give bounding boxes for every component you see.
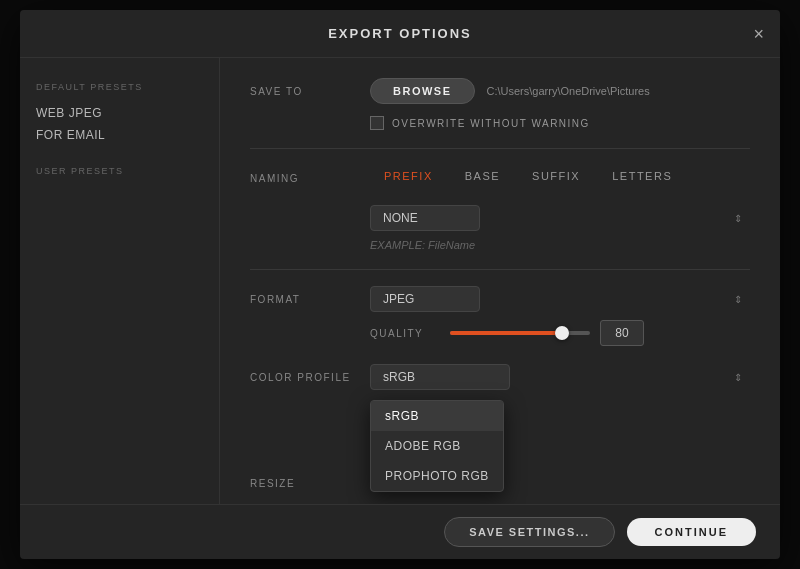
dialog-title: EXPORT OPTIONS <box>328 26 472 41</box>
dropdown-item-prophoto-rgb[interactable]: PROPHOTO RGB <box>371 461 503 491</box>
naming-tabs: PREFIX BASE SUFFIX LETTERS <box>370 165 750 187</box>
save-to-label: SAVE TO <box>250 78 370 97</box>
quality-row: QUALITY 80 <box>370 320 750 346</box>
quality-value[interactable]: 80 <box>600 320 644 346</box>
close-button[interactable]: × <box>753 25 764 43</box>
default-presets-label: DEFAULT PRESETS <box>36 82 203 92</box>
quality-slider[interactable] <box>450 331 590 335</box>
naming-select[interactable]: NONE DATE SEQUENCE CUSTOM <box>370 205 480 231</box>
format-label: FORMAT <box>250 286 370 305</box>
format-select-wrap: JPEG PNG TIFF PSD ⇕ <box>370 286 750 312</box>
continue-button[interactable]: CONTINUE <box>627 518 756 546</box>
save-settings-button[interactable]: SAVE SETTINGS... <box>444 517 614 547</box>
naming-row: NAMING PREFIX BASE SUFFIX LETTERS NONE D… <box>250 165 750 251</box>
tab-letters[interactable]: LETTERS <box>598 165 686 187</box>
format-controls: JPEG PNG TIFF PSD ⇕ QUALITY <box>370 286 750 346</box>
naming-label: NAMING <box>250 165 370 184</box>
tab-base[interactable]: BASE <box>451 165 514 187</box>
browse-row: BROWSE C:\Users\garry\OneDrive\Pictures <box>370 78 750 104</box>
color-profile-controls: sRGB ADOBE RGB PROPHOTO RGB ⇕ sRGB ADOBE… <box>370 364 750 390</box>
naming-controls: PREFIX BASE SUFFIX LETTERS NONE DATE SEQ… <box>370 165 750 251</box>
format-row: FORMAT JPEG PNG TIFF PSD ⇕ Q <box>250 286 750 346</box>
user-presets-label: USER PRESETS <box>36 166 203 176</box>
overwrite-row: OVERWRITE WITHOUT WARNING <box>370 116 750 130</box>
sidebar: DEFAULT PRESETS WEB JPEG FOR EMAIL USER … <box>20 58 220 504</box>
overwrite-label: OVERWRITE WITHOUT WARNING <box>392 118 590 129</box>
divider-2 <box>250 269 750 270</box>
dropdown-item-adobe-rgb[interactable]: ADOBE RGB <box>371 431 503 461</box>
color-profile-label: COLOR PROFILE <box>250 364 370 383</box>
sidebar-item-for-email[interactable]: FOR EMAIL <box>36 124 203 146</box>
color-profile-dropdown: sRGB ADOBE RGB PROPHOTO RGB <box>370 400 504 492</box>
dialog-header: EXPORT OPTIONS × <box>20 10 780 58</box>
browse-button[interactable]: BROWSE <box>370 78 475 104</box>
save-to-row: SAVE TO BROWSE C:\Users\garry\OneDrive\P… <box>250 78 750 130</box>
divider-1 <box>250 148 750 149</box>
quality-slider-thumb[interactable] <box>555 326 569 340</box>
color-profile-row: COLOR PROFILE sRGB ADOBE RGB PROPHOTO RG… <box>250 364 750 390</box>
dialog-overlay: EXPORT OPTIONS × DEFAULT PRESETS WEB JPE… <box>0 0 800 569</box>
save-path: C:\Users\garry\OneDrive\Pictures <box>487 85 650 97</box>
color-profile-select-arrow: ⇕ <box>734 372 742 383</box>
dialog-footer: SAVE SETTINGS... CONTINUE <box>20 504 780 559</box>
format-select[interactable]: JPEG PNG TIFF PSD <box>370 286 480 312</box>
export-options-dialog: EXPORT OPTIONS × DEFAULT PRESETS WEB JPE… <box>20 10 780 559</box>
naming-select-wrap: NONE DATE SEQUENCE CUSTOM ⇕ <box>370 205 750 231</box>
quality-label: QUALITY <box>370 328 440 339</box>
color-profile-select-wrap: sRGB ADOBE RGB PROPHOTO RGB ⇕ <box>370 364 750 390</box>
save-to-controls: BROWSE C:\Users\garry\OneDrive\Pictures … <box>370 78 750 130</box>
naming-example: EXAMPLE: FileName <box>370 239 750 251</box>
overwrite-checkbox[interactable] <box>370 116 384 130</box>
dropdown-item-srgb[interactable]: sRGB <box>371 401 503 431</box>
tab-suffix[interactable]: SUFFIX <box>518 165 594 187</box>
naming-select-arrow: ⇕ <box>734 213 742 224</box>
dialog-body: DEFAULT PRESETS WEB JPEG FOR EMAIL USER … <box>20 58 780 504</box>
format-select-arrow: ⇕ <box>734 294 742 305</box>
quality-slider-fill <box>450 331 562 335</box>
sidebar-item-web-jpeg[interactable]: WEB JPEG <box>36 102 203 124</box>
tab-prefix[interactable]: PREFIX <box>370 165 447 187</box>
resize-label: RESIZE <box>250 470 370 489</box>
color-profile-select[interactable]: sRGB ADOBE RGB PROPHOTO RGB <box>370 364 510 390</box>
main-content: SAVE TO BROWSE C:\Users\garry\OneDrive\P… <box>220 58 780 504</box>
